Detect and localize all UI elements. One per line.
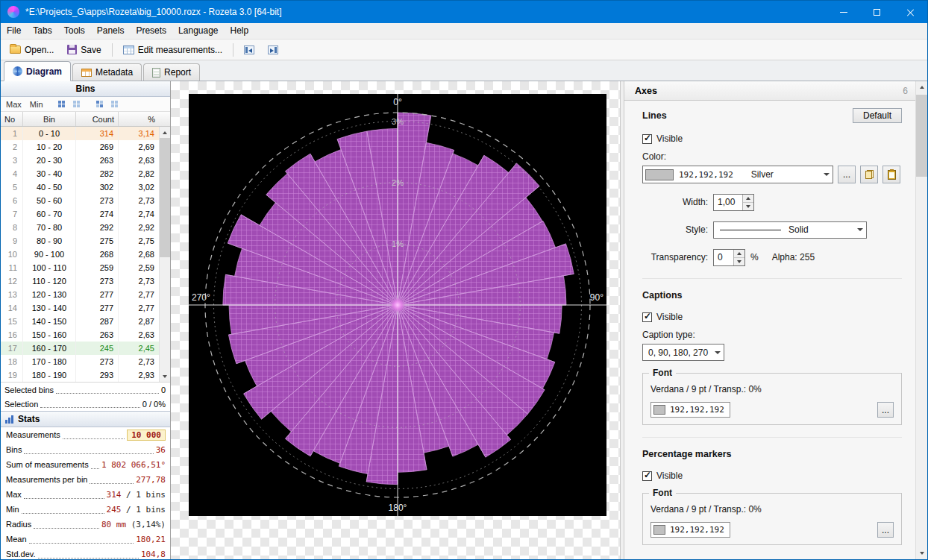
- spin-down-icon[interactable]: [743, 203, 753, 210]
- bin-row-11[interactable]: 11100 - 1102592,59: [1, 261, 159, 274]
- minimize-button[interactable]: [827, 1, 860, 23]
- column-header-bin[interactable]: Bin: [23, 112, 76, 126]
- captions-visible-checkbox[interactable]: Visible: [642, 312, 902, 322]
- bins-view-grid-light-button[interactable]: [71, 98, 83, 110]
- spinner-buttons[interactable]: [733, 250, 744, 265]
- save-button[interactable]: Save: [61, 42, 107, 58]
- bin-row-1[interactable]: 10 - 103143,14: [1, 127, 159, 140]
- max-toggle[interactable]: Max: [4, 100, 23, 109]
- bin-row-10[interactable]: 1090 - 1002682,68: [1, 248, 159, 261]
- bin-row-9[interactable]: 980 - 902752,75: [1, 234, 159, 248]
- svg-text:90°: 90°: [590, 292, 603, 303]
- markers-font-more-button[interactable]: ...: [877, 522, 894, 538]
- min-toggle[interactable]: Min: [28, 100, 45, 109]
- title-bar[interactable]: *E:\Projects_G\apps\Rozeta\big_10000.roz…: [1, 1, 927, 23]
- bin-row-18[interactable]: 18170 - 1802732,73: [1, 355, 159, 368]
- chevron-down-icon: [820, 166, 833, 183]
- collapse-left-panel-button[interactable]: [238, 43, 260, 57]
- bar-chart-icon: [5, 415, 13, 424]
- bin-row-12[interactable]: 12110 - 1202732,73: [1, 274, 159, 288]
- collapse-left-icon: [244, 45, 254, 54]
- bins-view-mixed-button[interactable]: [94, 98, 106, 110]
- tab-metadata[interactable]: Metadata: [72, 63, 142, 81]
- close-button[interactable]: [894, 1, 927, 23]
- lines-visible-checkbox[interactable]: Visible: [642, 133, 902, 144]
- bin-row-5[interactable]: 540 - 503023,02: [1, 180, 159, 194]
- lines-section-header: Lines Default: [642, 107, 902, 125]
- paste-color-button[interactable]: [882, 166, 900, 183]
- metadata-tab-icon: [81, 69, 92, 77]
- bin-row-6[interactable]: 650 - 602732,73: [1, 194, 159, 207]
- bin-row-8[interactable]: 870 - 802922,92: [1, 221, 159, 234]
- scroll-up-button[interactable]: [160, 127, 170, 138]
- column-header-count[interactable]: Count: [76, 112, 119, 126]
- captions-font-color-chip[interactable]: 192,192,192: [650, 402, 730, 418]
- menu-help[interactable]: Help: [225, 23, 255, 39]
- bin-cell-count: 273: [76, 355, 119, 368]
- spin-down-icon[interactable]: [734, 258, 744, 265]
- bin-cell-bin: 30 - 40: [23, 167, 76, 180]
- bin-row-7[interactable]: 760 - 702742,74: [1, 207, 159, 221]
- bins-table-scrollbar[interactable]: [159, 127, 170, 382]
- spin-up-icon[interactable]: [743, 195, 753, 203]
- line-color-more-button[interactable]: ...: [838, 166, 856, 183]
- scrollbar-track[interactable]: [916, 177, 927, 547]
- menu-panels[interactable]: Panels: [91, 23, 131, 39]
- line-style-combo[interactable]: Solid: [713, 221, 867, 239]
- captions-font-more-button[interactable]: ...: [877, 402, 894, 418]
- scroll-down-button[interactable]: [916, 547, 927, 559]
- scroll-down-button[interactable]: [160, 371, 170, 382]
- menu-tools[interactable]: Tools: [58, 23, 91, 39]
- diagram-canvas[interactable]: 1%2%3%0°90°180°270°: [171, 81, 620, 559]
- bin-row-3[interactable]: 320 - 302632,63: [1, 154, 159, 167]
- copy-color-button[interactable]: [860, 166, 878, 183]
- line-color-combo[interactable]: 192,192,192 Silver: [642, 166, 833, 183]
- bins-view-outline-button[interactable]: [109, 98, 121, 110]
- main-area: Bins Max Min No Bin Count %: [1, 81, 927, 559]
- caption-type-combo[interactable]: 0, 90, 180, 270: [642, 344, 724, 361]
- line-style-sample: [720, 230, 781, 230]
- bin-row-16[interactable]: 16150 - 1602632,63: [1, 328, 159, 342]
- svg-text:2%: 2%: [392, 178, 404, 187]
- tab-report[interactable]: Report: [143, 63, 200, 81]
- axes-panel: Axes 6 Lines Default Visible Color: 192,…: [624, 81, 915, 559]
- menu-file[interactable]: File: [1, 23, 27, 39]
- bin-row-14[interactable]: 14130 - 1402772,77: [1, 301, 159, 315]
- color-name-value: Silver: [751, 169, 820, 180]
- bins-view-grid-button[interactable]: [56, 98, 68, 110]
- collapse-right-panel-button[interactable]: [262, 43, 284, 57]
- stat-suffix: / 1 bins: [121, 505, 166, 515]
- scroll-up-button[interactable]: [916, 81, 927, 93]
- bin-row-13[interactable]: 13120 - 1302772,77: [1, 288, 159, 301]
- markers-visible-checkbox[interactable]: Visible: [642, 471, 902, 481]
- tab-diagram[interactable]: Diagram: [4, 61, 71, 81]
- column-header-no[interactable]: No: [1, 112, 23, 126]
- edit-measurements-button[interactable]: Edit measurements...: [117, 42, 228, 58]
- axes-panel-scrollbar[interactable]: [915, 81, 927, 559]
- maximize-button[interactable]: [860, 1, 894, 23]
- menu-presets[interactable]: Presets: [130, 23, 172, 39]
- column-header-pct[interactable]: %: [119, 112, 159, 126]
- line-transparency-spinner[interactable]: 0: [713, 249, 745, 266]
- bin-row-2[interactable]: 210 - 202692,69: [1, 140, 159, 154]
- menu-tabs[interactable]: Tabs: [27, 23, 57, 39]
- scrollbar-track[interactable]: [160, 257, 170, 371]
- line-width-spinner[interactable]: 1,00: [713, 194, 754, 211]
- open-button[interactable]: Open...: [4, 42, 60, 58]
- bin-row-15[interactable]: 15140 - 1502872,87: [1, 315, 159, 328]
- scrollbar-thumb[interactable]: [160, 138, 170, 257]
- rose-diagram[interactable]: 1%2%3%0°90°180°270°: [189, 94, 606, 516]
- spin-up-icon[interactable]: [734, 250, 744, 258]
- bin-cell-pct: 2,74: [119, 207, 159, 221]
- bin-row-17[interactable]: 17160 - 1702452,45: [1, 342, 159, 355]
- bin-cell-no: 11: [1, 261, 23, 274]
- menu-language[interactable]: Language: [172, 23, 224, 39]
- bin-cell-bin: 70 - 80: [23, 221, 76, 234]
- bin-row-19[interactable]: 19180 - 1902932,93: [1, 368, 159, 382]
- spinner-buttons[interactable]: [742, 195, 753, 210]
- markers-font-color-chip[interactable]: 192,192,192: [650, 522, 730, 538]
- bin-row-4[interactable]: 430 - 402822,82: [1, 167, 159, 180]
- default-button[interactable]: Default: [853, 108, 902, 123]
- bin-cell-no: 16: [1, 328, 23, 342]
- scrollbar-thumb[interactable]: [916, 95, 927, 177]
